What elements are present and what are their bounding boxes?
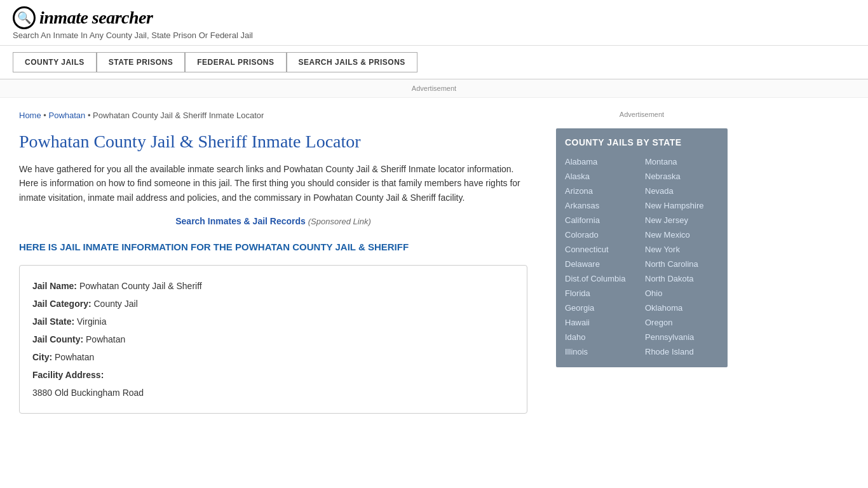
state-link-nevada[interactable]: Nevada [645, 184, 719, 198]
jail-name-value: Powhatan County Jail & Sheriff [79, 281, 202, 291]
state-link-rhode-island[interactable]: Rhode Island [645, 345, 719, 358]
search-link-area: Search Inmates & Jail Records (Sponsored… [19, 216, 527, 226]
nav-btn-federal-prisons[interactable]: FEDERAL PRISONS [185, 52, 286, 72]
logo-icon: 🔍 [13, 6, 36, 29]
ad-label: Advertisement [412, 85, 456, 92]
state-link-illinois[interactable]: Illinois [565, 345, 639, 358]
nav-btn-state-prisons[interactable]: STATE PRISONS [97, 52, 185, 72]
nav-btn-county-jails[interactable]: COUNTY JAILS [13, 52, 97, 72]
state-link-idaho[interactable]: Idaho [565, 330, 639, 344]
state-link-new-jersey[interactable]: New Jersey [645, 214, 719, 227]
jail-name-row: Jail Name: Powhatan County Jail & Sherif… [32, 277, 514, 295]
state-link-florida[interactable]: Florida [565, 287, 639, 300]
state-link-new-mexico[interactable]: New Mexico [645, 228, 719, 241]
state-link-oregon[interactable]: Oregon [645, 316, 719, 329]
breadcrumb: Home • Powhatan • Powhatan County Jail &… [19, 111, 527, 120]
state-link-pennsylvania[interactable]: Pennsylvania [645, 330, 719, 344]
header: 🔍 inmate searcher Search An Inmate In An… [0, 0, 868, 46]
info-box: Jail Name: Powhatan County Jail & Sherif… [19, 265, 527, 414]
state-link-arizona[interactable]: Arizona [565, 184, 639, 198]
state-link-hawaii[interactable]: Hawaii [565, 316, 639, 329]
breadcrumb-parent[interactable]: Powhatan [48, 111, 85, 120]
jail-name-label: Jail Name: [32, 281, 77, 291]
state-link-ohio[interactable]: Ohio [645, 287, 719, 300]
jail-category-row: Jail Category: County Jail [32, 295, 514, 313]
state-link-georgia[interactable]: Georgia [565, 301, 639, 315]
jail-address-row: Facility Address:3880 Old Buckingham Roa… [32, 366, 514, 402]
description: We have gathered for you all the availab… [19, 162, 527, 205]
search-link[interactable]: Search Inmates & Jail Records [175, 216, 306, 226]
sponsored-label: (Sponsored Link) [308, 217, 371, 226]
logo-text: inmate searcher [39, 8, 153, 28]
state-link-alabama[interactable]: Alabama [565, 155, 639, 168]
jail-city-row: City: Powhatan [32, 348, 514, 366]
jails-by-state-title: COUNTY JAILS BY STATE [565, 137, 719, 147]
state-link-north-carolina[interactable]: North Carolina [645, 257, 719, 271]
state-grid: AlabamaMontanaAlaskaNebraskaArizonaNevad… [565, 155, 719, 358]
content-area: Home • Powhatan • Powhatan County Jail &… [0, 98, 546, 426]
breadcrumb-sep2: • [88, 111, 93, 120]
nav: COUNTY JAILSSTATE PRISONSFEDERAL PRISONS… [0, 46, 868, 79]
nav-btn-search-jails[interactable]: SEARCH JAILS & PRISONS [287, 52, 417, 72]
state-link-arkansas[interactable]: Arkansas [565, 199, 639, 212]
page-title: Powhatan County Jail & Sheriff Inmate Lo… [19, 132, 527, 152]
breadcrumb-current: Powhatan County Jail & Sheriff Inmate Lo… [93, 111, 264, 120]
state-link-north-dakota[interactable]: North Dakota [645, 272, 719, 285]
logo-area: 🔍 inmate searcher [13, 6, 855, 29]
state-link-nebraska[interactable]: Nebraska [645, 170, 719, 183]
state-link-new-york[interactable]: New York [645, 243, 719, 256]
breadcrumb-home[interactable]: Home [19, 111, 41, 120]
main-layout: Home • Powhatan • Powhatan County Jail &… [0, 98, 868, 426]
state-link-delaware[interactable]: Delaware [565, 257, 639, 271]
state-link-new-hampshire[interactable]: New Hampshire [645, 199, 719, 212]
state-link-california[interactable]: California [565, 214, 639, 227]
ad-bar: Advertisement [0, 79, 868, 98]
tagline: Search An Inmate In Any County Jail, Sta… [13, 30, 855, 40]
state-link-colorado[interactable]: Colorado [565, 228, 639, 241]
jails-by-state-widget: COUNTY JAILS BY STATE AlabamaMontanaAlas… [556, 128, 728, 367]
state-link-connecticut[interactable]: Connecticut [565, 243, 639, 256]
jail-state-row: Jail State: Virginia [32, 313, 514, 330]
state-link-alaska[interactable]: Alaska [565, 170, 639, 183]
sidebar: Advertisement COUNTY JAILS BY STATE Alab… [546, 98, 737, 426]
state-link-oklahoma[interactable]: Oklahoma [645, 301, 719, 315]
jail-county-row: Jail County: Powhatan [32, 330, 514, 348]
sub-heading: HERE IS JAIL INMATE INFORMATION FOR THE … [19, 240, 527, 254]
sidebar-ad-label: Advertisement [556, 111, 728, 118]
state-link-dist.of-columbia[interactable]: Dist.of Columbia [565, 272, 639, 285]
nav-buttons: COUNTY JAILSSTATE PRISONSFEDERAL PRISONS… [13, 52, 855, 72]
state-link-montana[interactable]: Montana [645, 155, 719, 168]
